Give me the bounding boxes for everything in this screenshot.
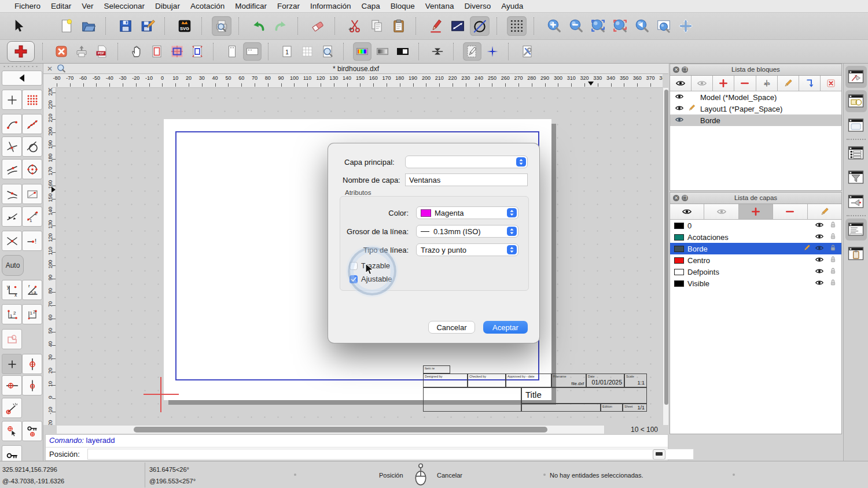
zoom-selection-button[interactable] <box>610 16 630 36</box>
back-button[interactable] <box>2 71 42 86</box>
restrict-12-button[interactable]: 12 <box>22 206 42 227</box>
fit-page-button[interactable] <box>188 42 207 61</box>
snap-nearest-button[interactable] <box>2 159 22 179</box>
horizontal-scrollbar[interactable] <box>56 425 605 434</box>
layer-lock-icon[interactable] <box>829 220 837 231</box>
layer-row[interactable]: Defpoints <box>670 266 841 278</box>
new-document-button[interactable] <box>57 16 76 36</box>
select-shape-button[interactable] <box>2 329 22 349</box>
command-input-field[interactable] <box>87 449 694 460</box>
layer-panel-float-icon[interactable]: ❐ <box>682 195 688 201</box>
dock-blocks-button[interactable] <box>845 66 867 88</box>
zero-vert-button[interactable] <box>22 375 42 395</box>
page-landscape-button[interactable] <box>243 42 262 61</box>
zoom-window-button[interactable] <box>654 16 674 36</box>
menu-capa[interactable]: Capa <box>356 2 385 10</box>
snap-tangent-button[interactable] <box>22 136 42 157</box>
menu-forzar[interactable]: Forzar <box>272 2 305 10</box>
snap-distance-button[interactable] <box>22 184 42 204</box>
eye-gray-tool[interactable] <box>692 76 713 91</box>
insert-block-tool[interactable] <box>799 76 821 91</box>
layer-row[interactable]: Centro <box>670 254 841 266</box>
coord-xy-button[interactable]: yx <box>2 280 22 300</box>
layer-visibility-icon[interactable] <box>815 267 824 278</box>
save-as-button[interactable] <box>138 16 157 36</box>
menu-fichero[interactable]: Fichero <box>9 2 46 10</box>
stepper-icon[interactable] <box>516 157 526 167</box>
page-one-button[interactable]: 1 <box>278 42 296 61</box>
block-row[interactable]: Model (*Model_Space) <box>670 91 841 103</box>
layer-visibility-icon[interactable] <box>815 232 824 243</box>
menu-editar[interactable]: Editar <box>46 2 76 10</box>
page-portrait-button[interactable] <box>223 42 241 61</box>
snap-center-button[interactable] <box>22 159 42 179</box>
draw-pencil-button[interactable] <box>426 16 446 36</box>
circle-line-button[interactable] <box>470 16 490 36</box>
print-preview-button[interactable] <box>212 16 231 36</box>
snap-grid-button[interactable] <box>22 90 42 110</box>
menu-información[interactable]: Información <box>305 2 356 10</box>
layer-lock-icon[interactable] <box>829 255 837 265</box>
layer-row[interactable]: 0 <box>670 220 841 231</box>
layer-visibility-icon[interactable] <box>815 220 824 231</box>
snap-endpoint-button[interactable] <box>2 114 22 134</box>
stepper-icon[interactable] <box>507 208 517 217</box>
zero-free-button[interactable] <box>2 354 22 374</box>
abs-12-button[interactable]: 12 <box>22 304 42 324</box>
close-red-button[interactable] <box>52 42 71 61</box>
block-panel-float-icon[interactable]: ❐ <box>682 66 688 73</box>
layer-visibility-icon[interactable] <box>815 243 824 254</box>
zoom-out-button[interactable] <box>566 16 586 36</box>
intersect-manual-button[interactable]: ! <box>22 231 42 251</box>
menu-seleccionar[interactable]: Seleccionar <box>99 2 150 10</box>
vertical-scrollbar-thumb[interactable] <box>664 90 668 405</box>
block-visibility-icon[interactable] <box>675 115 684 126</box>
eraser-button[interactable] <box>308 16 328 36</box>
dock-command-button[interactable] <box>845 219 867 241</box>
copy-button[interactable] <box>367 16 387 36</box>
layer-lock-icon[interactable] <box>829 267 837 277</box>
minus-red-tool[interactable] <box>773 204 807 219</box>
lock-entity-button[interactable] <box>22 421 42 441</box>
color-spectrum-button[interactable] <box>353 42 372 61</box>
center-marks-button[interactable] <box>428 42 447 61</box>
layer-visibility-icon[interactable] <box>815 255 824 266</box>
menu-acotación[interactable]: Acotación <box>185 2 230 10</box>
keyboard-toggle-button[interactable] <box>653 449 665 460</box>
layer-name-input[interactable]: Ventanas <box>405 173 528 186</box>
open-folder-button[interactable] <box>79 16 98 36</box>
layer-row[interactable]: Borde <box>670 243 841 254</box>
paper-overlay-button[interactable] <box>168 42 186 61</box>
zoom-in-button[interactable] <box>544 16 564 36</box>
pointer-button[interactable] <box>8 16 28 36</box>
plus-red-tool[interactable] <box>713 76 734 91</box>
save-button[interactable] <box>116 16 135 36</box>
block-visibility-icon[interactable] <box>675 92 684 103</box>
color-select[interactable]: Magenta <box>416 206 518 219</box>
settings-tools-button[interactable] <box>518 42 536 61</box>
grid-table-button[interactable] <box>298 42 317 61</box>
layer-row[interactable]: Visible <box>670 278 841 289</box>
layer-visibility-icon[interactable] <box>815 278 824 289</box>
black-white-button[interactable] <box>393 42 412 61</box>
pdf-export-button[interactable]: PDF <box>93 42 111 61</box>
block-row[interactable]: Borde <box>670 114 841 126</box>
draft-mode-button[interactable] <box>463 42 481 61</box>
snap-free-button[interactable] <box>2 90 22 110</box>
block-panel-close-icon[interactable]: ✕ <box>673 66 679 73</box>
coord-polar-button[interactable]: ra <box>22 280 42 300</box>
layer-lock-icon[interactable] <box>829 243 837 254</box>
measure-distance-button[interactable] <box>448 16 468 36</box>
line-type-select[interactable]: Trazo y punto <box>416 243 518 256</box>
snap-middle-button[interactable] <box>2 184 22 204</box>
zoom-auto-button[interactable] <box>588 16 608 36</box>
restrict-ortho-button[interactable] <box>2 206 22 227</box>
svg-export-button[interactable]: SVG <box>175 16 194 36</box>
dock-preview-button[interactable] <box>845 114 867 136</box>
paper-border-button[interactable] <box>148 42 166 61</box>
menu-ver[interactable]: Ver <box>76 2 98 10</box>
menu-ventana[interactable]: Ventana <box>420 2 459 10</box>
eye-gray-tool[interactable] <box>704 204 738 219</box>
layer-row[interactable]: Acotaciones <box>670 231 841 243</box>
stepper-icon[interactable] <box>507 227 517 236</box>
